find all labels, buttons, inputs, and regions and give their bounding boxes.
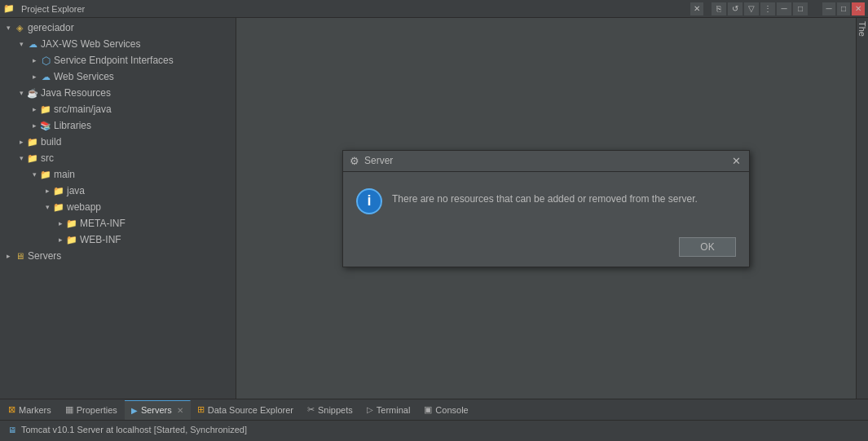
- tab-markers[interactable]: ⊠ Markers: [2, 400, 59, 420]
- close-tab-button[interactable]: ✕: [690, 2, 703, 15]
- meta-inf-icon: 📁: [65, 217, 78, 230]
- filter-button[interactable]: ▽: [744, 2, 759, 15]
- tree-item-web-inf[interactable]: 📁 WEB-INF: [0, 232, 236, 248]
- tree-item-servers[interactable]: 🖥 Servers: [0, 248, 236, 264]
- jaxws-icon: ☁: [26, 37, 39, 51]
- maximize-button[interactable]: □: [793, 2, 808, 15]
- tree-arrow-libraries: [29, 121, 39, 130]
- tree-label-endpoints: Service Endpoint Interfaces: [54, 55, 174, 66]
- modal-ok-button[interactable]: OK: [679, 237, 736, 257]
- tree-item-src-main-java[interactable]: 📁 src/main/java: [0, 101, 236, 117]
- modal-close-button[interactable]: ✕: [729, 154, 742, 167]
- far-right-text: The: [857, 21, 867, 37]
- tree-item-libraries[interactable]: 📚 Libraries: [0, 117, 236, 134]
- tree-arrow-webservices: [29, 72, 39, 82]
- window-maximize-button[interactable]: □: [837, 2, 850, 15]
- tab-properties-label: Properties: [77, 405, 117, 415]
- title-bar: 📁 Project Explorer ✕ ⎘ ↺ ▽ ⋮ ─ □ ─ □ ✕: [0, 0, 868, 18]
- tree-label-java-resources: Java Resources: [41, 87, 111, 99]
- content-area: ⚙ Server ✕ i There are no resources that…: [236, 18, 856, 399]
- tree-label-gereciador: gereciador: [28, 22, 74, 33]
- bottom-panel: ⊠ Markers ▦ Properties ▶ Servers ✕ ⊞ Dat…: [0, 399, 868, 441]
- web-inf-icon: 📁: [65, 233, 78, 246]
- tree-item-java-resources[interactable]: ☕ Java Resources: [0, 85, 236, 101]
- datasource-icon: ⊞: [197, 404, 205, 415]
- tree-label-src: src: [41, 152, 54, 164]
- tab-properties[interactable]: ▦ Properties: [59, 400, 125, 420]
- tab-servers-close-icon[interactable]: ✕: [177, 406, 183, 415]
- tree-label-main: main: [54, 169, 75, 180]
- tab-servers-label: Servers: [141, 405, 172, 415]
- tree-item-java[interactable]: 📁 java: [0, 183, 236, 199]
- tab-terminal-label: Terminal: [377, 405, 411, 415]
- project-icon: ◈: [13, 21, 26, 34]
- tab-terminal[interactable]: ▷ Terminal: [360, 400, 418, 420]
- tree-arrow-webapp: [42, 202, 52, 212]
- tree-arrow-java-resources: [16, 88, 26, 98]
- project-explorer-icon: 📁: [3, 3, 15, 14]
- status-server-icon: 🖥: [7, 424, 18, 435]
- tab-console-label: Console: [435, 405, 468, 415]
- modal-overlay: ⚙ Server ✕ i There are no resources that…: [236, 18, 856, 399]
- tab-datasource-label: Data Source Explorer: [208, 405, 293, 415]
- servers-icon: 🖥: [13, 249, 26, 262]
- status-text: Tomcat v10.1 Server at localhost [Starte…: [21, 425, 247, 434]
- tree-item-meta-inf[interactable]: 📁 META-INF: [0, 215, 236, 232]
- modal-footer: OK: [343, 231, 749, 267]
- copy-button[interactable]: ⎘: [712, 2, 726, 15]
- tab-markers-label: Markers: [19, 405, 51, 415]
- title-bar-controls: ✕ ⎘ ↺ ▽ ⋮ ─ □ ─ □ ✕: [690, 2, 865, 15]
- tree-arrow-web-inf: [55, 235, 65, 245]
- bottom-status-bar: 🖥 Tomcat v10.1 Server at localhost [Star…: [0, 421, 868, 439]
- src-icon: 📁: [26, 152, 39, 165]
- tree-item-webservices[interactable]: ☁ Web Services: [0, 68, 236, 85]
- servers-tab-icon: ▶: [131, 406, 138, 415]
- markers-icon: ⊠: [8, 404, 15, 415]
- tree-arrow-gereciador: [3, 23, 13, 33]
- snippets-icon: ✂: [307, 404, 315, 415]
- tree-item-gereciador[interactable]: ◈ gereciador: [0, 20, 236, 36]
- tree-label-servers: Servers: [28, 250, 61, 262]
- modal-titlebar: ⚙ Server ✕: [343, 151, 749, 172]
- tree-item-endpoints[interactable]: ⬡ Service Endpoint Interfaces: [0, 52, 236, 68]
- main-layout: ◈ gereciador ☁ JAX-WS Web Services ⬡ Ser…: [0, 18, 868, 399]
- tree-label-src-main-java: src/main/java: [54, 104, 112, 115]
- tree-label-jaxws: JAX-WS Web Services: [41, 38, 140, 50]
- tree-item-main[interactable]: 📁 main: [0, 166, 236, 183]
- tree-arrow-servers: [3, 251, 13, 261]
- modal-body: i There are no resources that can be add…: [343, 172, 749, 231]
- tab-snippets-label: Snippets: [318, 405, 353, 415]
- src-main-java-icon: 📁: [39, 103, 52, 116]
- tab-snippets[interactable]: ✂ Snippets: [301, 400, 360, 420]
- title-bar-title: Project Explorer: [21, 4, 690, 14]
- tree-arrow-src: [16, 153, 26, 163]
- window-close-button[interactable]: ✕: [852, 2, 865, 15]
- tab-servers[interactable]: ▶ Servers ✕: [125, 400, 191, 420]
- project-tree: ◈ gereciador ☁ JAX-WS Web Services ⬡ Ser…: [0, 18, 236, 399]
- modal-title-text: Server: [364, 155, 729, 166]
- modal-title-gear-icon: ⚙: [350, 155, 359, 167]
- minimize-button[interactable]: ─: [777, 2, 791, 15]
- tree-arrow-src-main-java: [29, 104, 39, 114]
- tree-label-meta-inf: META-INF: [80, 218, 126, 229]
- java-icon: 📁: [52, 184, 65, 197]
- window-minimize-button[interactable]: ─: [822, 2, 835, 15]
- tree-item-webapp[interactable]: 📁 webapp: [0, 199, 236, 215]
- endpoint-icon: ⬡: [39, 54, 52, 67]
- tab-console[interactable]: ▣ Console: [417, 400, 475, 420]
- refresh-button[interactable]: ↺: [728, 2, 742, 15]
- tree-item-build[interactable]: 📁 build: [0, 134, 236, 150]
- far-right-panel: The: [856, 18, 868, 399]
- info-letter: i: [367, 192, 371, 209]
- menu-button[interactable]: ⋮: [760, 2, 775, 15]
- tree-arrow-meta-inf: [55, 218, 65, 228]
- tree-item-src[interactable]: 📁 src: [0, 150, 236, 166]
- tree-item-jaxws[interactable]: ☁ JAX-WS Web Services: [0, 36, 236, 52]
- tree-arrow-endpoints: [29, 55, 39, 65]
- tree-label-web-inf: WEB-INF: [80, 234, 121, 245]
- webapp-icon: 📁: [52, 201, 65, 214]
- tree-label-webapp: webapp: [67, 201, 101, 213]
- console-icon: ▣: [424, 404, 432, 415]
- libraries-icon: 📚: [39, 119, 52, 132]
- tab-datasource[interactable]: ⊞ Data Source Explorer: [191, 400, 301, 420]
